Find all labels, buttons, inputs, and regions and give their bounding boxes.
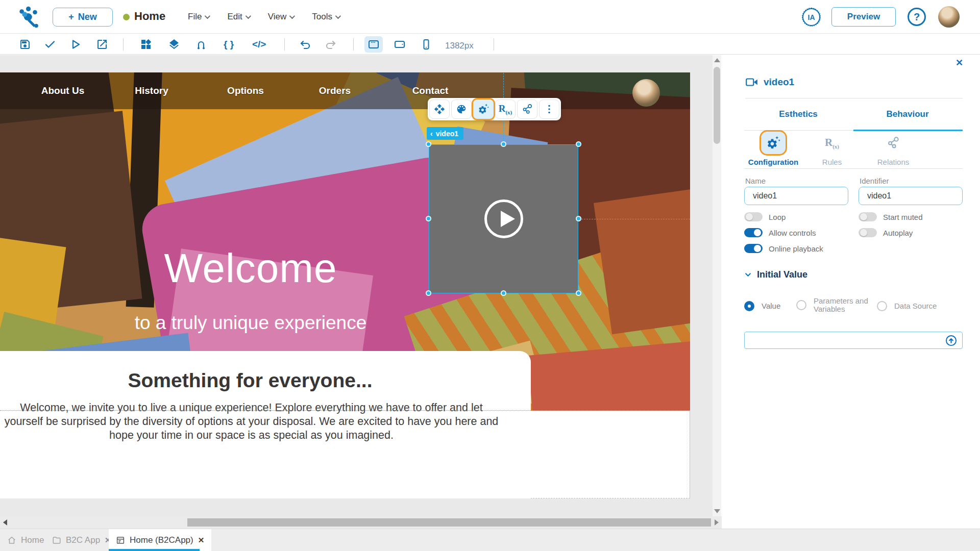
selection-handle-s[interactable]	[501, 290, 506, 296]
horizontal-scroll-thumb[interactable]	[187, 518, 711, 527]
radio-parameters-variables[interactable]: Parameters and Variables	[796, 297, 876, 313]
site-nav-about[interactable]: About Us	[41, 72, 84, 109]
subtab-relations[interactable]: Relations	[865, 132, 921, 166]
editor-toolbar: { } </> 1382px	[0, 34, 980, 55]
chip-back-arrow-icon: ‹	[430, 130, 433, 138]
menu-view[interactable]: View	[268, 12, 294, 22]
redo-icon[interactable]	[325, 38, 337, 51]
subtab-configuration[interactable]: Configuration	[745, 132, 801, 166]
video1-widget[interactable]	[429, 144, 578, 293]
radio-button[interactable]	[877, 301, 887, 311]
toggle-switch[interactable]	[859, 228, 877, 237]
ia-assistant-button[interactable]: IA	[802, 8, 820, 26]
rules-icon: R(x)	[825, 136, 839, 149]
radio-button[interactable]	[744, 301, 754, 311]
selection-handle-w[interactable]	[426, 216, 431, 221]
toggle-allow-controls[interactable]: Allow controls	[744, 228, 816, 237]
radio-value[interactable]: Value	[744, 301, 780, 311]
tab-esthetics[interactable]: Esthetics	[744, 109, 852, 119]
subtab-label: Rules	[804, 158, 860, 166]
validate-icon[interactable]	[44, 38, 56, 51]
subtab-rules[interactable]: R(x) Rules	[804, 132, 860, 166]
site-nav-history[interactable]: History	[135, 72, 168, 109]
more-options-button[interactable]	[539, 99, 559, 119]
radio-button[interactable]	[796, 300, 806, 310]
selected-widget-chip[interactable]: ‹ video1	[427, 127, 463, 140]
preview-button[interactable]: Preview	[831, 7, 896, 27]
selection-handle-sw[interactable]	[426, 290, 431, 296]
initial-value-section-header[interactable]: Initial Value	[744, 269, 807, 280]
selection-handle-e[interactable]	[576, 216, 581, 221]
save-icon[interactable]	[19, 38, 31, 51]
nav-label: Options	[227, 85, 264, 96]
toggle-switch[interactable]	[744, 212, 763, 221]
selection-handle-n[interactable]	[501, 141, 506, 147]
toggle-label: Autoplay	[883, 229, 913, 237]
phone-view-icon[interactable]	[420, 38, 432, 51]
close-tab-icon[interactable]: ✕	[198, 536, 205, 545]
tab-b2c-app[interactable]: B2C App ✕	[45, 529, 118, 551]
run-icon[interactable]	[69, 38, 82, 51]
radio-data-source[interactable]: Data Source	[877, 301, 937, 311]
connectors-icon[interactable]	[195, 38, 207, 51]
rules-widget-button[interactable]: R(x)	[495, 99, 516, 119]
initial-value-input[interactable]	[744, 332, 963, 349]
tab-home[interactable]: Home	[0, 529, 51, 551]
export-icon[interactable]	[96, 38, 108, 51]
menu-tools[interactable]: Tools	[312, 12, 339, 22]
braces-icon[interactable]: { }	[224, 39, 236, 51]
chevron-down-icon	[744, 271, 752, 279]
site-user-avatar[interactable]	[632, 79, 660, 107]
toggle-switch[interactable]	[744, 228, 763, 237]
chevron-down-icon	[245, 13, 251, 19]
video-camera-icon	[745, 76, 758, 89]
undo-icon[interactable]	[299, 38, 311, 51]
vertical-scroll-thumb[interactable]	[714, 67, 720, 144]
configure-widget-button[interactable]	[473, 99, 494, 119]
toggle-start-muted[interactable]: Start muted	[859, 212, 923, 221]
site-nav-orders[interactable]: Orders	[319, 72, 351, 109]
tab-home-b2capp[interactable]: Home (B2CApp) ✕	[109, 529, 211, 551]
source-code-icon[interactable]: </>	[252, 39, 264, 51]
menu-file[interactable]: File	[188, 12, 209, 22]
tab-behaviour[interactable]: Behaviour	[853, 109, 962, 119]
name-input[interactable]	[744, 187, 848, 205]
plus-icon: +	[68, 12, 74, 22]
selection-handle-se[interactable]	[576, 290, 581, 296]
menu-edit[interactable]: Edit	[227, 12, 249, 22]
move-widget-button[interactable]	[429, 99, 450, 119]
user-avatar[interactable]	[938, 6, 960, 28]
selection-handle-ne[interactable]	[576, 141, 581, 147]
toolbar-divider	[123, 38, 124, 51]
scroll-up-arrow[interactable]	[714, 58, 720, 62]
alignment-guide-horizontal	[579, 219, 690, 219]
toggle-autoplay[interactable]: Autoplay	[859, 228, 913, 237]
toggle-switch[interactable]	[859, 212, 877, 221]
scroll-right-arrow[interactable]	[715, 519, 719, 525]
viewport-width-value: 1382px	[445, 41, 474, 51]
scroll-down-arrow[interactable]	[714, 509, 720, 513]
tablet-view-icon[interactable]	[394, 38, 406, 51]
tab-label: Home	[21, 535, 44, 545]
relations-widget-button[interactable]	[517, 99, 537, 119]
selection-handle-nw[interactable]	[426, 141, 431, 147]
layers-icon[interactable]	[168, 38, 180, 51]
toggle-label: Loop	[769, 213, 786, 221]
site-nav-options[interactable]: Options	[227, 72, 264, 109]
help-button[interactable]: ?	[908, 8, 926, 26]
subtab-label: Relations	[865, 158, 921, 166]
toggle-switch[interactable]	[744, 244, 763, 253]
identifier-input[interactable]	[859, 187, 963, 205]
panel-close-icon[interactable]: ✕	[955, 57, 963, 68]
desktop-view-icon[interactable]	[368, 38, 380, 51]
scroll-left-arrow[interactable]	[3, 519, 7, 525]
components-icon[interactable]	[140, 38, 152, 51]
video-play-icon[interactable]	[484, 199, 523, 238]
toggle-online-playback[interactable]: Online playback	[744, 244, 823, 253]
style-widget-button[interactable]	[451, 99, 472, 119]
menu-edit-label: Edit	[227, 12, 242, 22]
upload-icon[interactable]	[945, 335, 957, 346]
new-button[interactable]: +New	[53, 8, 113, 27]
chevron-down-icon	[289, 13, 295, 19]
toggle-loop[interactable]: Loop	[744, 212, 786, 221]
